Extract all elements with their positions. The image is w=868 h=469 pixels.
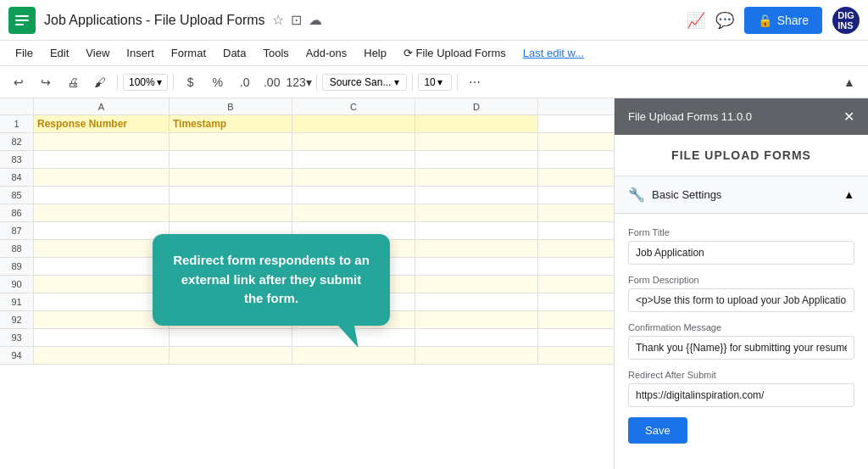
row-number: 84 — [0, 169, 34, 186]
menu-edit[interactable]: Edit — [43, 43, 75, 63]
avatar[interactable]: DIGINS — [832, 7, 860, 34]
header-cell-timestamp[interactable]: Timestamp — [170, 115, 292, 132]
decimal2-button[interactable]: .00 — [260, 70, 284, 94]
menu-format[interactable]: Format — [164, 43, 213, 63]
cell[interactable] — [170, 169, 292, 186]
section-content: Form Title Form Description Confirmation… — [615, 214, 868, 457]
menu-tools[interactable]: Tools — [256, 43, 295, 63]
cell[interactable] — [415, 293, 538, 310]
cell[interactable] — [292, 151, 415, 168]
side-panel-logo: FILE UPLOAD FORMS — [615, 135, 868, 176]
cell[interactable] — [415, 347, 538, 364]
cell[interactable] — [415, 311, 538, 328]
cell[interactable] — [292, 169, 415, 186]
cell[interactable] — [170, 133, 292, 150]
cell[interactable] — [34, 222, 170, 239]
header-cell-d[interactable] — [415, 115, 538, 132]
confirmation-message-input[interactable] — [628, 336, 854, 360]
share-button[interactable]: 🔒 Share — [744, 7, 822, 34]
zoom-select[interactable]: 100% ▾ — [123, 74, 168, 91]
cell[interactable] — [415, 169, 538, 186]
cell[interactable] — [34, 169, 170, 186]
header-cell-response[interactable]: Response Number — [34, 115, 170, 132]
table-row: 85 — [0, 187, 614, 204]
cell[interactable] — [34, 293, 170, 310]
table-row: 82 — [0, 133, 614, 151]
cell[interactable] — [34, 311, 170, 328]
menu-file[interactable]: File — [8, 43, 40, 63]
row-number: 83 — [0, 151, 34, 168]
cell[interactable] — [292, 187, 415, 204]
basic-settings-section[interactable]: 🔧 Basic Settings ▲ — [615, 176, 868, 214]
cell[interactable] — [170, 204, 292, 221]
font-size-select[interactable]: 10 ▾ — [418, 74, 452, 91]
form-description-input[interactable] — [628, 288, 854, 312]
cell[interactable] — [170, 187, 292, 204]
cell[interactable] — [34, 347, 170, 364]
cell[interactable] — [34, 329, 170, 346]
cell[interactable] — [34, 240, 170, 257]
cell[interactable] — [415, 133, 538, 150]
main-area: A B C D 1 Response Number Timestamp 8283… — [0, 98, 868, 469]
cell[interactable] — [34, 204, 170, 221]
col-header-d[interactable]: D — [415, 98, 538, 115]
redirect-input[interactable] — [628, 383, 854, 407]
form-description-label: Form Description — [628, 275, 854, 285]
decimal1-button[interactable]: .0 — [233, 70, 257, 94]
row-number: 88 — [0, 240, 34, 257]
menu-view[interactable]: View — [79, 43, 116, 63]
toolbar: ↩ ↪ 🖨 🖌 100% ▾ $ % .0 .00 123▾ Source Sa… — [0, 66, 868, 98]
cell[interactable] — [292, 133, 415, 150]
font-select[interactable]: Source San... ▾ — [322, 74, 408, 91]
menu-addons[interactable]: Add-ons — [299, 43, 353, 63]
more-options-button[interactable]: ⋯ — [463, 70, 487, 94]
cell[interactable] — [34, 151, 170, 168]
form-title-input[interactable] — [628, 241, 854, 265]
undo-button[interactable]: ↩ — [7, 70, 31, 94]
wrench-icon: 🔧 — [628, 187, 645, 203]
paint-format-button[interactable]: 🖌 — [88, 70, 112, 94]
cell[interactable] — [415, 240, 538, 257]
table-row: 1 Response Number Timestamp — [0, 115, 614, 133]
cloud-icon[interactable]: ☁ — [309, 12, 322, 28]
menu-last-edit[interactable]: Last edit w... — [516, 43, 591, 63]
cell[interactable] — [292, 347, 415, 364]
col-header-c[interactable]: C — [292, 98, 415, 115]
analytics-icon[interactable]: 📈 — [687, 11, 705, 30]
col-header-b[interactable]: B — [170, 98, 292, 115]
cell[interactable] — [170, 151, 292, 168]
row-num-header — [0, 98, 34, 114]
cell[interactable] — [415, 258, 538, 275]
cell[interactable] — [170, 329, 292, 346]
save-button[interactable]: Save — [628, 417, 687, 444]
header-cell-c[interactable] — [292, 115, 415, 132]
cell[interactable] — [34, 276, 170, 293]
menu-file-upload-forms[interactable]: ⟳ File Upload Forms — [397, 43, 513, 63]
cell[interactable] — [34, 258, 170, 275]
format123-button[interactable]: 123▾ — [287, 70, 311, 94]
print-button[interactable]: 🖨 — [61, 70, 85, 94]
redo-button[interactable]: ↪ — [34, 70, 58, 94]
cell[interactable] — [415, 222, 538, 239]
cell[interactable] — [34, 187, 170, 204]
cell[interactable] — [170, 347, 292, 364]
cell[interactable] — [415, 276, 538, 293]
folder-icon[interactable]: ⊡ — [291, 12, 302, 28]
collapse-toolbar-button[interactable]: ▲ — [837, 70, 861, 94]
comment-icon[interactable]: 💬 — [715, 11, 734, 30]
row-number: 87 — [0, 222, 34, 239]
cell[interactable] — [34, 133, 170, 150]
cell[interactable] — [415, 329, 538, 346]
menu-data[interactable]: Data — [216, 43, 253, 63]
menu-help[interactable]: Help — [357, 43, 393, 63]
star-icon[interactable]: ☆ — [272, 12, 284, 28]
menu-insert[interactable]: Insert — [120, 43, 161, 63]
cell[interactable] — [415, 187, 538, 204]
cell[interactable] — [415, 151, 538, 168]
close-button[interactable]: ✕ — [843, 109, 854, 125]
col-header-a[interactable]: A — [34, 98, 170, 115]
currency-button[interactable]: $ — [179, 70, 203, 94]
cell[interactable] — [415, 204, 538, 221]
cell[interactable] — [292, 204, 415, 221]
percent-button[interactable]: % — [206, 70, 230, 94]
